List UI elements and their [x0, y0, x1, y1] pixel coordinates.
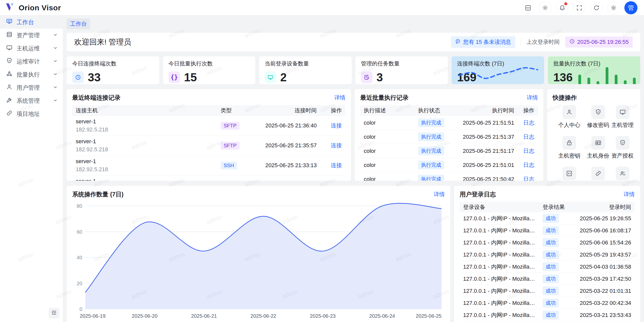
- monitor-icon: [265, 71, 276, 83]
- theme-sun-icon[interactable]: [539, 2, 551, 14]
- user-icon: [562, 105, 576, 119]
- table-row: 127.0.0.1 - 内网IP - Mozilla/5.0 (Windows …: [460, 237, 635, 249]
- logins-detail-link[interactable]: 详情: [624, 191, 635, 198]
- col-time: 登录时间: [572, 202, 635, 212]
- exec-desc: color: [360, 158, 415, 172]
- col-host: 连接主机: [72, 105, 217, 116]
- unread-messages-chip[interactable]: 您有 15 条未读消息: [451, 36, 515, 48]
- sidebar: 工作台 资产管理 主机运维 运维审计: [0, 16, 63, 322]
- workbench-icon: [6, 18, 13, 26]
- panel-title: 系统操作数量 (7日): [72, 190, 124, 198]
- sidebar-item-label: 用户管理: [17, 84, 40, 92]
- stat-card-devices: 当前登录设备数量 2: [259, 56, 352, 84]
- sidebar-item-batch[interactable]: 批量执行: [0, 68, 63, 81]
- chevron-down-icon: [53, 32, 58, 39]
- quick-action-online-session[interactable]: 在线会话: [610, 167, 635, 181]
- log-link[interactable]: 日志: [523, 120, 534, 126]
- result-badge: 成功: [543, 226, 559, 235]
- table-row: 127.0.0.1 - 内网IP - Mozilla/5.0 (Windows …: [460, 225, 635, 237]
- braces-icon: {}: [169, 71, 180, 83]
- table-row: color 执行完成 2025-06-25 21:51:37 日志: [360, 130, 538, 144]
- quick-action-asset-grant[interactable]: 资产授权: [610, 136, 635, 160]
- sidebar-item-audit[interactable]: 运维审计: [0, 55, 63, 68]
- connect-time: 2025-06-25 21:35:57: [250, 136, 320, 156]
- stat-card-exec-today: 今日批量执行次数 {} 15: [163, 56, 256, 84]
- app-header: Orion Visor: [0, 0, 644, 16]
- exec-time: 2025-06-25 21:51:51: [457, 116, 518, 130]
- stat-label: 今日连接终端次数: [72, 60, 154, 67]
- quick-action-label: 个人中心: [558, 121, 580, 129]
- quick-action-host-manage[interactable]: 主机管理: [610, 105, 635, 129]
- quick-action-label: 主机管理: [612, 121, 634, 129]
- status-badge: 执行完成: [418, 161, 444, 169]
- type-badge: SFTP: [221, 142, 239, 150]
- svg-text:2025-06-19: 2025-06-19: [80, 313, 105, 319]
- table-row: 127.0.0.1 - 内网IP - Mozilla/5.0 (Windows …: [460, 273, 635, 285]
- quick-action-host-identity[interactable]: 主机身份: [586, 136, 610, 160]
- chevron-down-icon: [53, 84, 58, 91]
- sidebar-item-system[interactable]: 系统管理: [0, 94, 63, 107]
- executions-detail-link[interactable]: 详情: [527, 94, 538, 101]
- log-link[interactable]: 日志: [523, 176, 534, 181]
- col-status: 执行状态: [415, 105, 457, 116]
- code-icon[interactable]: [522, 2, 534, 14]
- login-time: 2025-06-25 19:26:55: [572, 212, 635, 225]
- quick-action-connect-log[interactable]: 连接日志: [586, 167, 610, 181]
- connect-link[interactable]: 连接: [331, 122, 342, 129]
- last-login-label: 上次登录时间: [527, 38, 560, 46]
- brand-name: Orion Visor: [19, 4, 61, 12]
- avatar[interactable]: 管: [624, 1, 637, 14]
- log-link[interactable]: 日志: [523, 162, 534, 168]
- settings-gear-icon[interactable]: [607, 2, 620, 14]
- login-time: 2025-03-22 01:01:31: [572, 285, 635, 297]
- svg-text:2025-06-24: 2025-06-24: [369, 313, 395, 319]
- sidebar-collapse-button[interactable]: [49, 308, 59, 318]
- divider: [521, 38, 521, 46]
- exec-time: 2025-06-25 21:51:01: [457, 158, 518, 172]
- sidebar-item-host-ops[interactable]: 主机运维: [0, 42, 63, 55]
- login-device: 127.0.0.1 - 内网IP - Mozilla/5.0 (Windows …: [460, 212, 539, 225]
- stat-cards-row: 今日连接终端次数 33 今日批量执行次数 {} 15 当前登录设备数量 2: [67, 56, 640, 84]
- log-link[interactable]: 日志: [523, 134, 534, 140]
- table-row: 127.0.0.1 - 内网IP - Mozilla/5.0 (Windows …: [460, 285, 635, 297]
- login-time: 2025-03-22 00:42:34: [572, 297, 635, 309]
- table-row: server-1182.92.5.218 SFTP 2025-06-25 21:…: [72, 116, 345, 136]
- bell-icon[interactable]: [556, 2, 569, 14]
- fullscreen-icon[interactable]: [573, 2, 586, 14]
- table-row: color 执行完成 2025-06-25 21:51:51 日志: [360, 116, 538, 130]
- connections-detail-link[interactable]: 详情: [334, 94, 345, 101]
- connect-link[interactable]: 连接: [331, 162, 342, 168]
- status-badge: 执行完成: [418, 147, 444, 155]
- exec-7d-sparkline: [578, 63, 636, 84]
- quick-action-host-key[interactable]: 主机密钥: [553, 136, 586, 160]
- sidebar-item-assets[interactable]: 资产管理: [0, 29, 63, 42]
- login-time: 2025-06-06 15:54:26: [572, 237, 635, 249]
- sidebar-item-users[interactable]: 用户管理: [0, 81, 63, 94]
- connect-link[interactable]: 连接: [331, 142, 342, 149]
- quick-action-host-terminal[interactable]: 主机终端: [553, 167, 586, 181]
- quick-action-change-password[interactable]: 修改密码: [586, 105, 610, 129]
- chart-detail-link[interactable]: 详情: [434, 191, 445, 198]
- log-link[interactable]: 日志: [523, 148, 534, 154]
- menu-fold-icon: [51, 310, 57, 317]
- quick-action-label: 主机密钥: [558, 152, 580, 160]
- sidebar-item-project[interactable]: 项目地址: [0, 107, 63, 120]
- wrench-icon: [6, 97, 13, 105]
- stat-card-tasks: 管理的任务数量 3: [355, 56, 448, 84]
- sidebar-item-workbench[interactable]: 工作台: [0, 16, 63, 29]
- stat-value: 136: [553, 70, 573, 84]
- stat-value: 15: [184, 70, 197, 84]
- quick-action-label: 资产授权: [612, 152, 634, 160]
- table-row: server-1182.92.5.218 SSH 2025-06-25 21:2…: [72, 175, 345, 181]
- sidebar-item-label: 项目地址: [17, 110, 40, 118]
- table-row: 127.0.0.1 - 内网IP - Mozilla/5.0 (Windows …: [460, 297, 635, 309]
- svg-text:20: 20: [77, 281, 82, 286]
- shield-check-icon: [616, 136, 629, 150]
- col-time: 连接时间: [250, 105, 320, 116]
- breadcrumb-item-workbench[interactable]: 工作台: [67, 19, 90, 29]
- result-badge: 成功: [543, 250, 559, 259]
- exec-desc: color: [360, 144, 415, 158]
- refresh-icon[interactable]: [590, 2, 603, 14]
- quick-actions-panel: 快捷操作 个人中心 修改密码 主机管理 主机密钥: [547, 89, 640, 181]
- quick-action-profile[interactable]: 个人中心: [553, 105, 586, 129]
